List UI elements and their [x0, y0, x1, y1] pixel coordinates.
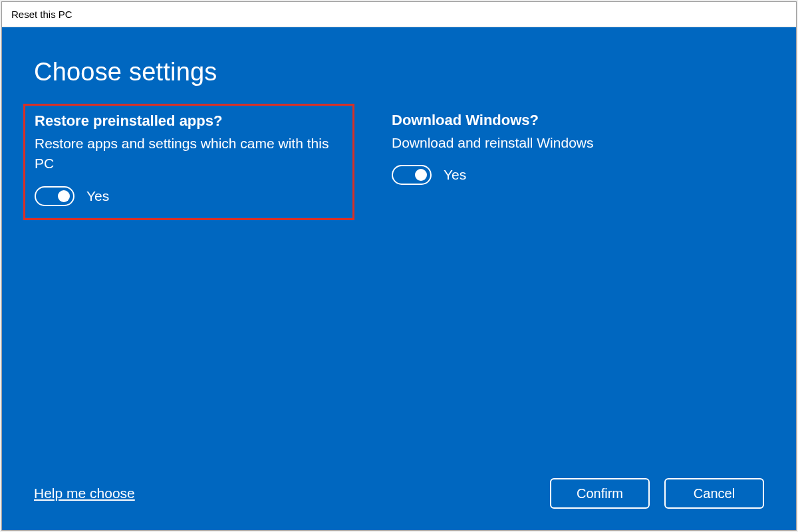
help-me-choose-link[interactable]: Help me choose — [34, 485, 135, 501]
setting-restore-description: Restore apps and settings which came wit… — [35, 134, 343, 174]
toggle-knob-icon — [58, 190, 70, 202]
dialog-footer: Help me choose Confirm Cancel — [34, 478, 764, 509]
restore-toggle[interactable] — [35, 186, 74, 206]
settings-row: Restore preinstalled apps? Restore apps … — [34, 112, 764, 220]
window-titlebar: Reset this PC — [2, 2, 796, 27]
setting-restore-title: Restore preinstalled apps? — [35, 112, 343, 130]
setting-download-description: Download and reinstall Windows — [392, 133, 723, 153]
restore-toggle-label: Yes — [86, 188, 109, 204]
reset-pc-dialog: Reset this PC Choose settings Restore pr… — [1, 1, 797, 531]
setting-download-title: Download Windows? — [392, 112, 723, 129]
setting-download-windows: Download Windows? Download and reinstall… — [392, 112, 723, 220]
toggle-knob-icon — [415, 169, 427, 181]
download-toggle[interactable] — [392, 165, 432, 185]
footer-buttons: Confirm Cancel — [550, 478, 764, 509]
setting-restore-preinstalled-apps: Restore preinstalled apps? Restore apps … — [23, 104, 354, 220]
dialog-content: Choose settings Restore preinstalled app… — [2, 27, 796, 530]
setting-restore-toggle-row: Yes — [35, 186, 343, 206]
download-toggle-label: Yes — [444, 167, 466, 183]
page-title: Choose settings — [34, 58, 764, 86]
cancel-button[interactable]: Cancel — [664, 478, 764, 509]
confirm-button[interactable]: Confirm — [550, 478, 650, 509]
window-title: Reset this PC — [11, 9, 72, 20]
setting-download-toggle-row: Yes — [392, 165, 723, 185]
